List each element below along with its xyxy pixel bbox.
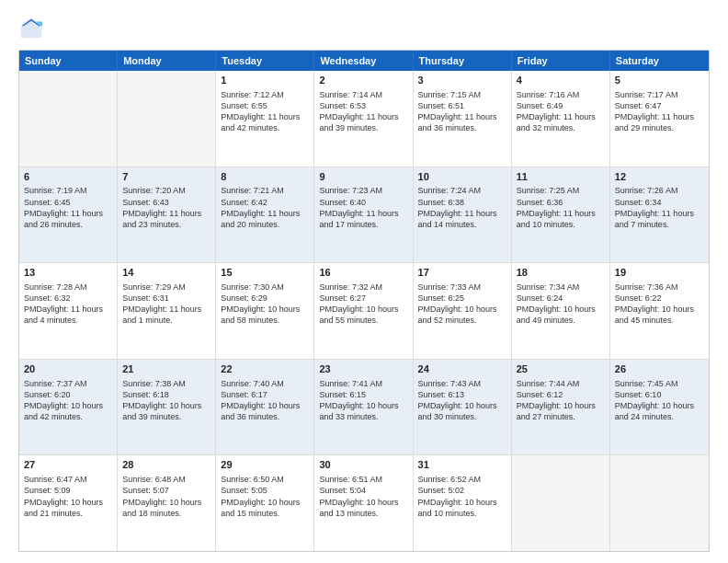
day-number: 19 (615, 266, 704, 280)
day-number: 20 (24, 362, 112, 376)
day-number: 30 (319, 458, 407, 472)
day-cell-23: 23Sunrise: 7:41 AMSunset: 6:15 PMDayligh… (314, 360, 413, 455)
day-info-line-1: Sunrise: 7:34 AM (517, 282, 580, 292)
day-number: 28 (122, 458, 210, 472)
day-info-line-1: Sunrise: 7:28 AM (24, 282, 87, 292)
calendar-row-3: 13Sunrise: 7:28 AMSunset: 6:32 PMDayligh… (19, 262, 709, 359)
day-cell-8: 8Sunrise: 7:21 AMSunset: 6:42 PMDaylight… (216, 167, 314, 263)
day-number: 27 (24, 458, 112, 472)
day-info-line-3: Daylight: 10 hours and 18 minutes. (122, 498, 201, 518)
day-info-line-3: Daylight: 11 hours and 1 minute. (122, 304, 201, 325)
day-cell-22: 22Sunrise: 7:40 AMSunset: 6:17 PMDayligh… (216, 360, 314, 455)
empty-cell (610, 455, 709, 551)
day-info-line-1: Sunrise: 7:45 AM (615, 379, 678, 388)
day-info-line-1: Sunrise: 7:14 AM (319, 90, 382, 99)
day-number: 16 (319, 266, 407, 280)
logo-icon (18, 15, 44, 40)
day-info-line-3: Daylight: 11 hours and 4 minutes. (24, 304, 103, 325)
calendar-header-row: SundayMondayTuesdayWednesdayThursdayFrid… (19, 51, 709, 71)
day-number: 5 (615, 74, 704, 87)
day-number: 10 (418, 170, 506, 184)
day-cell-5: 5Sunrise: 7:17 AMSunset: 6:47 PMDaylight… (610, 71, 709, 167)
day-cell-24: 24Sunrise: 7:43 AMSunset: 6:13 PMDayligh… (414, 360, 512, 455)
day-info-line-3: Daylight: 10 hours and 15 minutes. (221, 498, 300, 518)
day-cell-21: 21Sunrise: 7:38 AMSunset: 6:18 PMDayligh… (118, 360, 216, 455)
day-info-line-3: Daylight: 11 hours and 29 minutes. (615, 112, 694, 132)
day-number: 2 (319, 74, 407, 87)
day-number: 8 (221, 170, 309, 184)
day-number: 11 (517, 170, 605, 184)
day-info-line-1: Sunrise: 7:17 AM (615, 90, 678, 99)
day-info-line-3: Daylight: 11 hours and 7 minutes. (615, 209, 694, 229)
day-info-line-1: Sunrise: 7:26 AM (615, 186, 678, 195)
day-header-saturday: Saturday (610, 51, 709, 71)
empty-cell (118, 71, 216, 167)
header (18, 15, 710, 40)
day-info-line-3: Daylight: 11 hours and 26 minutes. (24, 209, 103, 229)
day-cell-26: 26Sunrise: 7:45 AMSunset: 6:10 PMDayligh… (610, 360, 709, 455)
day-info-line-1: Sunrise: 7:36 AM (615, 282, 678, 292)
calendar-row-1: 1Sunrise: 7:12 AMSunset: 6:55 PMDaylight… (19, 71, 709, 167)
day-info-line-1: Sunrise: 6:47 AM (24, 475, 87, 484)
day-number: 3 (418, 74, 506, 87)
day-info-line-3: Daylight: 11 hours and 42 minutes. (221, 112, 300, 132)
day-info-line-1: Sunrise: 7:16 AM (517, 90, 580, 99)
day-cell-1: 1Sunrise: 7:12 AMSunset: 6:55 PMDaylight… (216, 71, 314, 167)
day-cell-15: 15Sunrise: 7:30 AMSunset: 6:29 PMDayligh… (216, 263, 314, 359)
day-number: 6 (24, 170, 112, 184)
day-cell-10: 10Sunrise: 7:24 AMSunset: 6:38 PMDayligh… (414, 167, 512, 263)
day-cell-4: 4Sunrise: 7:16 AMSunset: 6:49 PMDaylight… (512, 71, 610, 167)
day-info-line-1: Sunrise: 7:15 AM (418, 90, 482, 99)
day-info-line-3: Daylight: 10 hours and 42 minutes. (24, 401, 103, 421)
day-info-line-3: Daylight: 10 hours and 27 minutes. (517, 401, 596, 421)
page: SundayMondayTuesdayWednesdayThursdayFrid… (0, 0, 728, 563)
day-info-line-3: Daylight: 10 hours and 58 minutes. (221, 304, 300, 325)
day-number: 22 (221, 362, 309, 376)
calendar: SundayMondayTuesdayWednesdayThursdayFrid… (18, 50, 710, 552)
day-info-line-1: Sunrise: 7:41 AM (319, 379, 382, 388)
logo (18, 15, 48, 40)
day-number: 7 (122, 170, 210, 184)
day-info-line-3: Daylight: 10 hours and 10 minutes. (418, 498, 497, 518)
day-info-line-1: Sunrise: 7:32 AM (319, 282, 382, 292)
day-info-line-1: Sunrise: 7:43 AM (418, 379, 482, 388)
day-cell-29: 29Sunrise: 6:50 AMSunset: 5:05 PMDayligh… (216, 455, 314, 551)
day-number: 18 (517, 266, 605, 280)
day-info-line-1: Sunrise: 7:40 AM (221, 379, 284, 388)
day-number: 15 (221, 266, 309, 280)
day-info-line-3: Daylight: 11 hours and 17 minutes. (319, 209, 398, 229)
day-cell-25: 25Sunrise: 7:44 AMSunset: 6:12 PMDayligh… (512, 360, 610, 455)
day-cell-13: 13Sunrise: 7:28 AMSunset: 6:32 PMDayligh… (19, 263, 118, 359)
day-header-friday: Friday (512, 51, 610, 71)
day-number: 17 (418, 266, 506, 280)
day-number: 13 (24, 266, 112, 280)
day-number: 29 (221, 458, 309, 472)
calendar-row-5: 27Sunrise: 6:47 AMSunset: 5:09 PMDayligh… (19, 454, 709, 551)
day-info-line-3: Daylight: 10 hours and 55 minutes. (319, 304, 398, 325)
day-info-line-1: Sunrise: 6:48 AM (122, 475, 186, 484)
day-cell-30: 30Sunrise: 6:51 AMSunset: 5:04 PMDayligh… (314, 455, 413, 551)
day-info-line-3: Daylight: 10 hours and 13 minutes. (319, 498, 398, 518)
day-info-line-1: Sunrise: 7:33 AM (418, 282, 482, 292)
day-info-line-1: Sunrise: 7:25 AM (517, 186, 580, 195)
day-header-tuesday: Tuesday (216, 51, 314, 71)
day-number: 24 (418, 362, 506, 376)
calendar-row-4: 20Sunrise: 7:37 AMSunset: 6:20 PMDayligh… (19, 359, 709, 455)
calendar-body: 1Sunrise: 7:12 AMSunset: 6:55 PMDaylight… (19, 71, 709, 551)
day-cell-27: 27Sunrise: 6:47 AMSunset: 5:09 PMDayligh… (19, 455, 118, 551)
day-info-line-3: Daylight: 11 hours and 23 minutes. (122, 209, 201, 229)
day-info-line-3: Daylight: 11 hours and 20 minutes. (221, 209, 300, 229)
day-info-line-3: Daylight: 11 hours and 39 minutes. (319, 112, 398, 132)
day-number: 14 (122, 266, 210, 280)
day-info-line-3: Daylight: 10 hours and 52 minutes. (418, 304, 497, 325)
day-info-line-3: Daylight: 10 hours and 30 minutes. (418, 401, 497, 421)
day-info-line-3: Daylight: 11 hours and 10 minutes. (517, 209, 596, 229)
day-info-line-1: Sunrise: 7:12 AM (221, 90, 284, 99)
day-info-line-3: Daylight: 10 hours and 49 minutes. (517, 304, 596, 325)
day-cell-7: 7Sunrise: 7:20 AMSunset: 6:43 PMDaylight… (118, 167, 216, 263)
day-cell-2: 2Sunrise: 7:14 AMSunset: 6:53 PMDaylight… (314, 71, 413, 167)
day-info-line-1: Sunrise: 7:24 AM (418, 186, 482, 195)
empty-cell (512, 455, 610, 551)
empty-cell (19, 71, 118, 167)
day-info-line-3: Daylight: 10 hours and 33 minutes. (319, 401, 398, 421)
